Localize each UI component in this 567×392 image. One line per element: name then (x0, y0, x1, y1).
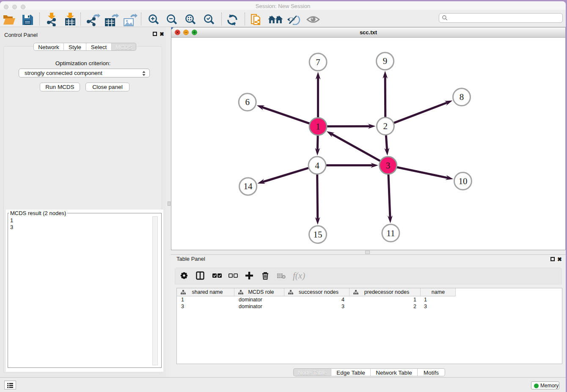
svg-text:9: 9 (383, 56, 388, 66)
svg-text:10: 10 (458, 176, 467, 186)
svg-text:1: 1 (316, 121, 320, 132)
svg-text:14: 14 (244, 181, 253, 191)
svg-text:7: 7 (316, 57, 320, 67)
svg-text:3: 3 (386, 160, 391, 171)
svg-text:4: 4 (315, 160, 319, 171)
svg-text:2: 2 (383, 121, 388, 131)
svg-text:11: 11 (386, 228, 395, 238)
svg-text:8: 8 (460, 92, 464, 102)
svg-text:15: 15 (314, 229, 322, 240)
svg-text:6: 6 (245, 97, 250, 107)
